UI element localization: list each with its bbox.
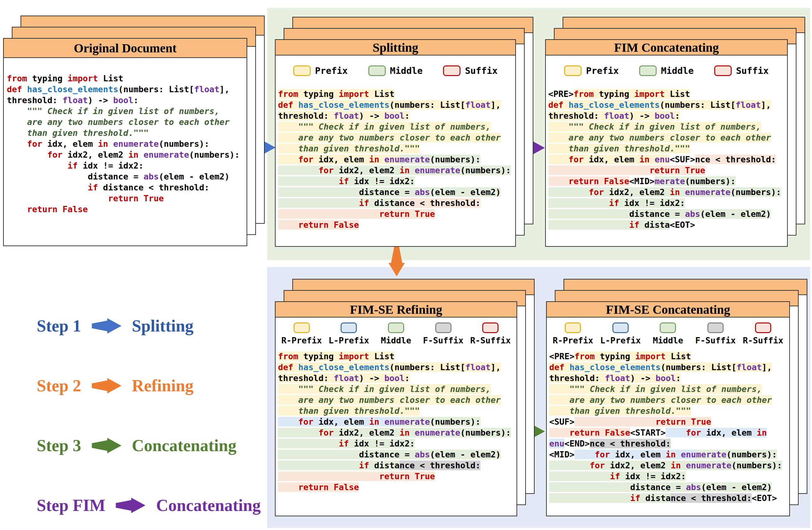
code-segment-l-prefix: for idx, elem in: [666, 428, 767, 437]
code-segment-plain: def has_close_elements(numbers: List[flo…: [7, 84, 230, 94]
code-line: for idx, elem in enu<SUF>nce < threshold…: [548, 154, 785, 165]
code-segment-plain: if idx != idx2:: [7, 161, 144, 170]
legend-label: Middle: [390, 66, 423, 76]
code-segment-middle: distance = abs(elem - elem2): [278, 450, 501, 459]
code-segment-plain: return False: [7, 205, 88, 214]
code-line: return True: [278, 471, 514, 482]
code-segment-prefix: than given threshold.""": [548, 144, 690, 153]
code-segment-plain: """ Check if in given list of numbers,: [7, 106, 219, 116]
panel-fimse-concatenating: FIM-SE Concatenating R-PrefixL-PrefixMid…: [546, 301, 790, 516]
code-segment-plain: for idx2, elem2 in enumerate(numbers):: [7, 150, 240, 159]
step-arrow-icon: [92, 316, 121, 336]
code-line: are any two numbers closer to each other: [7, 116, 245, 127]
step-row-3: Step 3 Concatenating: [37, 434, 261, 457]
legend-item-suffix: R-Suffix: [739, 322, 787, 345]
panel-title: FIM-SE Concatenating: [606, 302, 730, 317]
legend-label: Suffix: [736, 66, 769, 76]
panel-title: FIM-SE Refining: [350, 302, 443, 317]
code-line: distance = abs(elem - elem2): [7, 171, 245, 182]
legend-item-prefix: Prefix: [293, 66, 348, 76]
panel-title: Original Document: [74, 41, 176, 55]
legend-item-middle: Middle: [368, 66, 423, 76]
code-line: than given threshold.""": [278, 405, 514, 416]
code-line: return True: [548, 165, 785, 176]
code-segment-plain: <EOT>: [752, 493, 777, 503]
code-line: return False<MID>merate(numbers):: [548, 176, 785, 187]
code-line: for idx2, elem2 in enumerate(numbers):: [548, 187, 785, 197]
code-segment-prefix: def has_close_elements(numbers: List[flo…: [278, 362, 501, 372]
legend-label: F-Suffix: [423, 336, 464, 345]
code-line: for idx, elem in enumerate(numbers):: [278, 416, 514, 427]
legend-item-f-suffix: F-Suffix: [692, 322, 739, 345]
legend-chip-l-prefix: [612, 322, 628, 333]
code-segment-suffix: return False: [278, 220, 359, 229]
legend-chip-f-suffix: [435, 322, 451, 333]
legend: PrefixMiddleSuffix: [276, 64, 515, 77]
code-segment-plain: are any two numbers closer to each other: [7, 117, 230, 127]
code-line: from typing import List: [278, 88, 513, 99]
code-segment-middle: merate(numbers):: [696, 450, 777, 459]
code-segment-middle: merate(numbers):: [400, 417, 480, 427]
code-segment-plain: <START>: [630, 428, 666, 437]
code-line: threshold: float) -> bool:: [278, 373, 514, 383]
code-segment-middle: distance = abs(elem - elem2): [278, 187, 501, 197]
code-segment-middle: distance = abs(elem - elem2): [548, 209, 771, 219]
code-segment-middle: if dista: [548, 220, 670, 229]
code-line: if distance < threshold:: [278, 197, 513, 208]
step-row-fim: Step FIM Concatenating: [37, 493, 261, 517]
legend-item-f-suffix: F-Suffix: [420, 322, 467, 345]
legend: R-PrefixL-PrefixMiddleF-SuffixR-Suffix: [547, 322, 789, 345]
code-line: return False: [278, 219, 513, 230]
legend-label: Middle: [381, 336, 411, 345]
code-segment-prefix: threshold: float) -> bool:: [549, 373, 681, 383]
legend-chip-prefix: [565, 322, 581, 333]
code-block: from typing import Listdef has_close_ele…: [276, 88, 515, 230]
code-segment-plain: <SUF>: [670, 155, 695, 164]
code-segment-middle: if idx != idx2:: [548, 198, 685, 208]
steps-legend: Step 1 Splitting Step 2 Refining Step 3 …: [37, 314, 261, 517]
document-page: Splitting PrefixMiddleSuffix from typing…: [275, 39, 516, 247]
legend-item-middle: Middle: [644, 322, 692, 345]
legend-label: R-Suffix: [743, 336, 783, 345]
code-line: distance = abs(elem - elem2): [549, 482, 787, 493]
code-segment-suffix: return True: [575, 417, 711, 427]
legend-chip-prefix: [293, 66, 311, 76]
code-line: <PRE>from typing import List: [549, 351, 787, 362]
code-line: enu<END>nce < threshold:: [549, 438, 787, 449]
step-row-2: Step 2 Refining: [37, 374, 261, 398]
code-segment-prefix: """ Check if in given list of numbers,: [278, 122, 491, 131]
step-action: Splitting: [132, 316, 194, 336]
legend-chip-suffix: [482, 322, 498, 333]
code-segment-plain: if distance < threshold:: [7, 183, 209, 192]
legend: PrefixMiddleSuffix: [546, 64, 787, 77]
panel-header: Original Document: [4, 39, 247, 58]
code-segment-l-prefix: enu: [549, 439, 565, 448]
panel-splitting: Splitting PrefixMiddleSuffix from typing…: [275, 39, 516, 247]
code-segment-plain: from typing import List: [7, 73, 123, 83]
legend-item-suffix: Suffix: [714, 66, 769, 76]
legend-label: Prefix: [315, 66, 348, 76]
code-segment-plain: <END>: [565, 439, 590, 448]
legend-item-suffix: Suffix: [443, 66, 497, 76]
panel-header: Splitting: [276, 40, 515, 55]
code-line: if distance < threshold:: [278, 460, 514, 471]
legend-chip-suffix: [714, 66, 732, 76]
legend-chip-f-suffix: [707, 322, 724, 333]
code-segment-prefix: threshold: float) -> bool:: [278, 373, 410, 383]
legend-item-middle: Middle: [372, 322, 420, 345]
code-line: threshold: float) -> bool:: [278, 110, 513, 121]
code-line: def has_close_elements(numbers: List[flo…: [549, 362, 787, 373]
code-segment-plain: threshold: float) -> bool:: [7, 95, 139, 105]
code-segment-prefix: for idx, elem in enu: [278, 155, 400, 164]
step-row-1: Step 1 Splitting: [37, 314, 261, 338]
code-segment-plain: <MID>: [629, 176, 654, 186]
code-line: return False: [7, 204, 245, 215]
code-line: return False<START> for idx, elem in: [549, 427, 787, 438]
document-page: FIM-SE Concatenating R-PrefixL-PrefixMid…: [546, 301, 790, 516]
panel-header: FIM-SE Refining: [276, 302, 517, 318]
code-segment-prefix: from typing import List: [278, 89, 394, 99]
legend-item-suffix: R-Suffix: [467, 322, 514, 345]
code-line: """ Check if in given list of numbers,: [278, 121, 513, 132]
step-label: Step 3: [37, 436, 81, 455]
code-line: are any two numbers closer to each other: [278, 394, 514, 405]
